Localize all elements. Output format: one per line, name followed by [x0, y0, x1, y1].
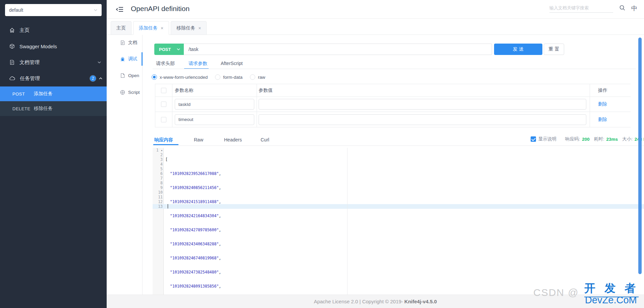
rail-item-script[interactable]: Script: [120, 87, 140, 97]
document-icon: [9, 60, 15, 65]
tab-label: 添加任务: [139, 25, 158, 31]
tab-response-content[interactable]: 响应内容: [154, 137, 173, 143]
param-name-input[interactable]: [175, 99, 254, 110]
tab-request-params[interactable]: 请求参数: [189, 61, 207, 67]
send-button[interactable]: 发 送: [494, 44, 542, 55]
fold-arrow-icon[interactable]: ▾: [161, 149, 163, 152]
param-name-input[interactable]: [175, 114, 254, 125]
doc-tabs: 主页 添加任务 × 移除任务 ×: [111, 21, 207, 35]
rail-item-label: 文档: [128, 40, 137, 46]
active-tab-underline: [153, 144, 178, 145]
bug-icon: [120, 57, 125, 62]
response-editor[interactable]: 1 ▾ 2 3 4 5 6 7 8 9 10 11 12 13 [ "10109…: [153, 148, 644, 295]
operation-label: 添加任务: [34, 91, 53, 97]
column-header-value: 参数值: [259, 87, 273, 94]
tab-curl[interactable]: Curl: [261, 137, 269, 142]
param-value-input[interactable]: [259, 99, 586, 110]
tab-request-headers[interactable]: 请求头部: [156, 61, 175, 67]
body-type-radios: x-www-form-urlencoded form-data raw: [152, 74, 273, 80]
script-icon: [120, 90, 125, 95]
rail-item-label: Script: [128, 90, 140, 95]
sidebar-item-add-task[interactable]: POST 添加任务: [0, 86, 107, 101]
row-checkbox[interactable]: [161, 102, 166, 107]
scrollbar-thumb[interactable]: [638, 38, 642, 274]
radio-label[interactable]: x-www-form-urlencoded: [160, 75, 208, 80]
page-title: OpenAPI definition: [131, 5, 190, 13]
status-code-value: 200: [582, 137, 590, 142]
footer-license-text: Apache License 2.0 | Copyright © 2019-: [314, 299, 403, 304]
time-value: 23ms: [606, 137, 618, 142]
row-checkbox[interactable]: [161, 117, 166, 122]
file-text-icon: [120, 40, 125, 45]
radio-x-www-form-urlencoded[interactable]: [152, 74, 157, 80]
footer-version: Knife4j-v4.5.0: [405, 299, 437, 304]
size-label: 大小:: [622, 136, 633, 142]
close-icon[interactable]: ×: [161, 25, 163, 31]
header: OpenAPI definition 中: [107, 0, 644, 19]
request-path-input[interactable]: [184, 44, 492, 55]
chevron-down-icon: [176, 47, 180, 51]
operation-rail: 文档 调试 Open Script: [107, 35, 143, 295]
description-pane-divider: [347, 148, 347, 295]
http-method-label: POST: [12, 91, 34, 97]
column-header-action: 操作: [598, 87, 607, 94]
select-all-checkbox[interactable]: [161, 88, 166, 93]
request-tabs-divider: [153, 69, 636, 69]
tab-add-task[interactable]: 添加任务 ×: [133, 21, 169, 35]
operation-label: 移除任务: [34, 106, 53, 112]
cloud-icon: [9, 76, 15, 81]
search-icon[interactable]: [619, 5, 625, 12]
reset-button[interactable]: 重 置: [544, 44, 564, 55]
tab-afterscript[interactable]: AfterScript: [221, 61, 243, 66]
tab-label: 移除任务: [176, 25, 195, 31]
show-description-checkbox[interactable]: [531, 136, 536, 142]
status-code-label: 响应码:: [565, 136, 580, 142]
params-table-header: 参数名称 参数值 操作: [155, 84, 631, 97]
radio-raw[interactable]: [250, 74, 255, 80]
param-value-input[interactable]: [259, 114, 586, 125]
delete-param-link[interactable]: 删除: [598, 117, 607, 123]
cube-icon: [9, 44, 15, 49]
sidebar-item-remove-task[interactable]: DELETE 移除任务: [0, 101, 107, 116]
rail-item-open[interactable]: Open: [120, 70, 139, 80]
sidebar-item-doc-manage[interactable]: 文档管理: [0, 54, 107, 70]
tab-label: 主页: [116, 25, 126, 31]
method-select[interactable]: POST: [154, 44, 184, 55]
rail-item-label: 调试: [128, 56, 137, 62]
sidebar-item-swagger-models[interactable]: Swagger Models: [0, 38, 107, 54]
file-icon: [120, 73, 125, 78]
language-toggle[interactable]: 中: [631, 4, 637, 12]
menu-fold-icon[interactable]: [116, 6, 124, 13]
close-icon[interactable]: ×: [198, 25, 201, 31]
sidebar-item-task-manage[interactable]: 任务管理 2: [0, 70, 107, 86]
rail-item-debug[interactable]: 调试: [120, 54, 137, 64]
editor-code: [ "1010928239526617088", "10109282408562…: [165, 148, 221, 308]
tab-home[interactable]: 主页: [111, 21, 131, 35]
sidebar-item-home[interactable]: 主页: [0, 22, 107, 38]
radio-label[interactable]: raw: [258, 75, 265, 80]
radio-label[interactable]: form-data: [223, 75, 243, 80]
text-caret: [168, 204, 168, 208]
tab-raw[interactable]: Raw: [194, 137, 203, 142]
radio-form-data[interactable]: [215, 74, 220, 80]
rail-item-doc[interactable]: 文档: [120, 38, 137, 48]
sidebar-item-label: 文档管理: [19, 59, 40, 66]
show-description-label[interactable]: 显示说明: [538, 136, 556, 142]
sidebar-item-label: Swagger Models: [19, 44, 57, 49]
tab-remove-task[interactable]: 移除任务 ×: [171, 21, 207, 35]
sidebar: default 主页 Swagger Models 文档管理 任务管理 2 PO…: [0, 0, 107, 308]
group-select-value: default: [9, 7, 23, 13]
group-select[interactable]: default: [5, 4, 102, 16]
editor-line-numbers: 1 ▾ 2 3 4 5 6 7 8 9 10 11 12 13: [153, 148, 163, 209]
params-table: 参数名称 参数值 操作 删除 删除: [155, 84, 631, 127]
response-meta: 显示说明 响应码: 200 耗时: 23ms 大小: 243 B: [531, 136, 644, 142]
time-label: 耗时:: [594, 136, 604, 142]
delete-param-link[interactable]: 删除: [598, 101, 607, 107]
table-row: 删除: [155, 97, 631, 112]
editor-active-line: [153, 204, 644, 209]
rail-active-indicator: [142, 52, 143, 66]
tab-headers[interactable]: Headers: [224, 137, 242, 142]
watermark-brand-en: DevZe.CoM: [585, 295, 637, 306]
search-input[interactable]: [549, 3, 613, 13]
column-header-name: 参数名称: [175, 87, 194, 94]
